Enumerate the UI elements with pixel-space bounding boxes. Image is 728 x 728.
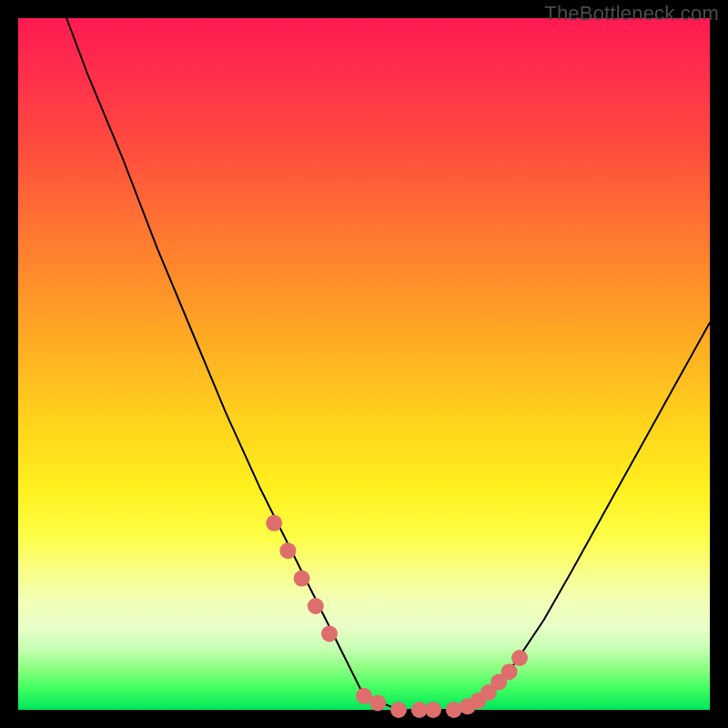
curve-marker [308,598,324,614]
curve-marker [321,625,338,642]
chart-stage: TheBottleneck.com [0,0,728,728]
marker-group [266,515,528,718]
curve-layer [18,18,710,710]
curve-marker [369,694,386,711]
curve-marker [511,650,528,666]
curve-marker [501,663,518,680]
curve-marker [279,542,296,559]
plot-area [18,18,710,710]
curve-marker [266,515,282,531]
watermark-text: TheBottleneck.com [544,2,719,25]
bottleneck-curve [66,18,710,710]
curve-marker [390,702,407,718]
curve-marker [446,702,462,718]
curve-marker [425,702,441,718]
curve-marker [294,571,310,587]
